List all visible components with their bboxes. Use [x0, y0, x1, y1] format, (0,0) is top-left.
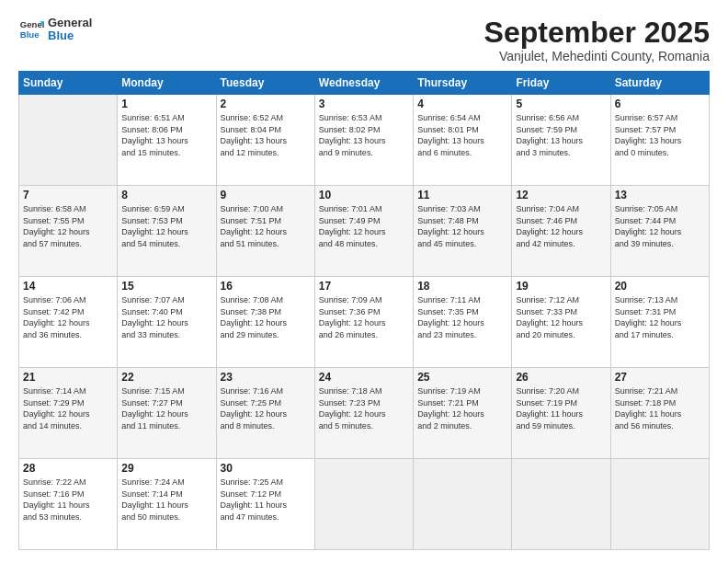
day-number: 26: [516, 371, 606, 384]
day-info: Sunrise: 7:04 AM Sunset: 7:46 PM Dayligh…: [516, 203, 606, 249]
week-row-4: 21Sunrise: 7:14 AM Sunset: 7:29 PM Dayli…: [19, 368, 710, 459]
day-cell: 2Sunrise: 6:52 AM Sunset: 8:04 PM Daylig…: [216, 95, 314, 186]
day-number: 15: [121, 280, 211, 293]
day-number: 20: [615, 280, 705, 293]
day-cell: 23Sunrise: 7:16 AM Sunset: 7:25 PM Dayli…: [216, 368, 314, 459]
day-info: Sunrise: 7:12 AM Sunset: 7:33 PM Dayligh…: [516, 294, 606, 340]
day-info: Sunrise: 7:21 AM Sunset: 7:18 PM Dayligh…: [615, 385, 705, 431]
day-number: 27: [615, 371, 705, 384]
weekday-header-saturday: Saturday: [610, 72, 709, 95]
day-cell: 28Sunrise: 7:22 AM Sunset: 7:16 PM Dayli…: [19, 459, 118, 550]
day-cell: 20Sunrise: 7:13 AM Sunset: 7:31 PM Dayli…: [610, 277, 709, 368]
day-cell: 25Sunrise: 7:19 AM Sunset: 7:21 PM Dayli…: [414, 368, 512, 459]
day-info: Sunrise: 7:00 AM Sunset: 7:51 PM Dayligh…: [221, 203, 311, 249]
calendar-body: 1Sunrise: 6:51 AM Sunset: 8:06 PM Daylig…: [19, 95, 710, 550]
day-cell: 8Sunrise: 6:59 AM Sunset: 7:53 PM Daylig…: [118, 186, 216, 277]
svg-text:General: General: [20, 20, 44, 30]
day-number: 25: [417, 371, 507, 384]
week-row-1: 1Sunrise: 6:51 AM Sunset: 8:06 PM Daylig…: [19, 95, 710, 186]
day-number: 16: [221, 280, 311, 293]
day-cell: 14Sunrise: 7:06 AM Sunset: 7:42 PM Dayli…: [19, 277, 118, 368]
day-number: 9: [221, 189, 311, 201]
day-number: 13: [615, 189, 705, 201]
day-cell: [610, 459, 709, 550]
day-cell: 19Sunrise: 7:12 AM Sunset: 7:33 PM Dayli…: [512, 277, 610, 368]
day-number: 14: [23, 280, 113, 293]
day-number: 11: [417, 189, 507, 201]
day-info: Sunrise: 6:57 AM Sunset: 7:57 PM Dayligh…: [615, 112, 705, 158]
day-info: Sunrise: 6:51 AM Sunset: 8:06 PM Dayligh…: [121, 112, 211, 158]
day-info: Sunrise: 6:58 AM Sunset: 7:55 PM Dayligh…: [23, 203, 113, 249]
day-info: Sunrise: 7:25 AM Sunset: 7:12 PM Dayligh…: [221, 477, 311, 523]
day-cell: 30Sunrise: 7:25 AM Sunset: 7:12 PM Dayli…: [216, 459, 314, 550]
day-number: 30: [221, 462, 311, 475]
logo: General Blue General Blue: [18, 17, 92, 43]
day-info: Sunrise: 7:18 AM Sunset: 7:23 PM Dayligh…: [319, 385, 409, 431]
day-info: Sunrise: 7:01 AM Sunset: 7:49 PM Dayligh…: [319, 203, 409, 249]
day-number: 4: [417, 98, 507, 110]
day-info: Sunrise: 7:06 AM Sunset: 7:42 PM Dayligh…: [23, 294, 113, 340]
day-cell: 18Sunrise: 7:11 AM Sunset: 7:35 PM Dayli…: [414, 277, 512, 368]
svg-text:Blue: Blue: [20, 29, 40, 40]
day-info: Sunrise: 7:15 AM Sunset: 7:27 PM Dayligh…: [121, 385, 211, 431]
day-number: 8: [121, 189, 211, 201]
header: General Blue General Blue September 2025…: [18, 17, 710, 63]
day-cell: 7Sunrise: 6:58 AM Sunset: 7:55 PM Daylig…: [19, 186, 118, 277]
day-cell: 26Sunrise: 7:20 AM Sunset: 7:19 PM Dayli…: [512, 368, 610, 459]
day-cell: 15Sunrise: 7:07 AM Sunset: 7:40 PM Dayli…: [118, 277, 216, 368]
day-cell: 29Sunrise: 7:24 AM Sunset: 7:14 PM Dayli…: [118, 459, 216, 550]
day-info: Sunrise: 7:05 AM Sunset: 7:44 PM Dayligh…: [615, 203, 705, 249]
day-cell: 1Sunrise: 6:51 AM Sunset: 8:06 PM Daylig…: [118, 95, 216, 186]
day-cell: [314, 459, 413, 550]
day-cell: 16Sunrise: 7:08 AM Sunset: 7:38 PM Dayli…: [216, 277, 314, 368]
day-number: 2: [221, 98, 311, 110]
day-info: Sunrise: 6:56 AM Sunset: 7:59 PM Dayligh…: [516, 112, 606, 158]
day-cell: 21Sunrise: 7:14 AM Sunset: 7:29 PM Dayli…: [19, 368, 118, 459]
day-info: Sunrise: 7:08 AM Sunset: 7:38 PM Dayligh…: [221, 294, 311, 340]
weekday-header-sunday: Sunday: [19, 72, 118, 95]
day-number: 29: [121, 462, 211, 475]
day-cell: [512, 459, 610, 550]
logo-icon: General Blue: [18, 17, 44, 42]
day-number: 23: [221, 371, 311, 384]
weekday-header-monday: Monday: [118, 72, 216, 95]
day-cell: [19, 95, 118, 186]
day-cell: 6Sunrise: 6:57 AM Sunset: 7:57 PM Daylig…: [610, 95, 709, 186]
day-cell: 5Sunrise: 6:56 AM Sunset: 7:59 PM Daylig…: [512, 95, 610, 186]
day-cell: 12Sunrise: 7:04 AM Sunset: 7:46 PM Dayli…: [512, 186, 610, 277]
day-number: 24: [319, 371, 409, 384]
day-cell: 27Sunrise: 7:21 AM Sunset: 7:18 PM Dayli…: [610, 368, 709, 459]
day-number: 12: [516, 189, 606, 201]
day-number: 1: [121, 98, 211, 110]
day-info: Sunrise: 7:14 AM Sunset: 7:29 PM Dayligh…: [23, 385, 113, 431]
week-row-2: 7Sunrise: 6:58 AM Sunset: 7:55 PM Daylig…: [19, 186, 710, 277]
day-info: Sunrise: 6:54 AM Sunset: 8:01 PM Dayligh…: [417, 112, 507, 158]
weekday-header-thursday: Thursday: [414, 72, 512, 95]
location-title: Vanjulet, Mehedinti County, Romania: [484, 49, 710, 63]
day-info: Sunrise: 6:52 AM Sunset: 8:04 PM Dayligh…: [221, 112, 311, 158]
day-number: 17: [319, 280, 409, 293]
logo-text: General Blue: [48, 17, 92, 43]
title-block: September 2025 Vanjulet, Mehedinti Count…: [484, 17, 710, 63]
day-info: Sunrise: 7:13 AM Sunset: 7:31 PM Dayligh…: [615, 294, 705, 340]
day-info: Sunrise: 7:07 AM Sunset: 7:40 PM Dayligh…: [121, 294, 211, 340]
day-info: Sunrise: 6:59 AM Sunset: 7:53 PM Dayligh…: [121, 203, 211, 249]
day-info: Sunrise: 7:16 AM Sunset: 7:25 PM Dayligh…: [221, 385, 311, 431]
day-info: Sunrise: 7:22 AM Sunset: 7:16 PM Dayligh…: [23, 477, 113, 523]
day-number: 10: [319, 189, 409, 201]
month-title: September 2025: [484, 17, 710, 49]
day-number: 19: [516, 280, 606, 293]
day-cell: 13Sunrise: 7:05 AM Sunset: 7:44 PM Dayli…: [610, 186, 709, 277]
day-number: 28: [23, 462, 113, 475]
day-cell: 17Sunrise: 7:09 AM Sunset: 7:36 PM Dayli…: [314, 277, 413, 368]
weekday-header-row: SundayMondayTuesdayWednesdayThursdayFrid…: [19, 72, 710, 95]
day-number: 3: [319, 98, 409, 110]
calendar-table: SundayMondayTuesdayWednesdayThursdayFrid…: [18, 71, 710, 550]
week-row-5: 28Sunrise: 7:22 AM Sunset: 7:16 PM Dayli…: [19, 459, 710, 550]
day-cell: 9Sunrise: 7:00 AM Sunset: 7:51 PM Daylig…: [216, 186, 314, 277]
day-info: Sunrise: 6:53 AM Sunset: 8:02 PM Dayligh…: [319, 112, 409, 158]
day-cell: 10Sunrise: 7:01 AM Sunset: 7:49 PM Dayli…: [314, 186, 413, 277]
day-number: 22: [121, 371, 211, 384]
day-cell: [414, 459, 512, 550]
weekday-header-wednesday: Wednesday: [314, 72, 413, 95]
